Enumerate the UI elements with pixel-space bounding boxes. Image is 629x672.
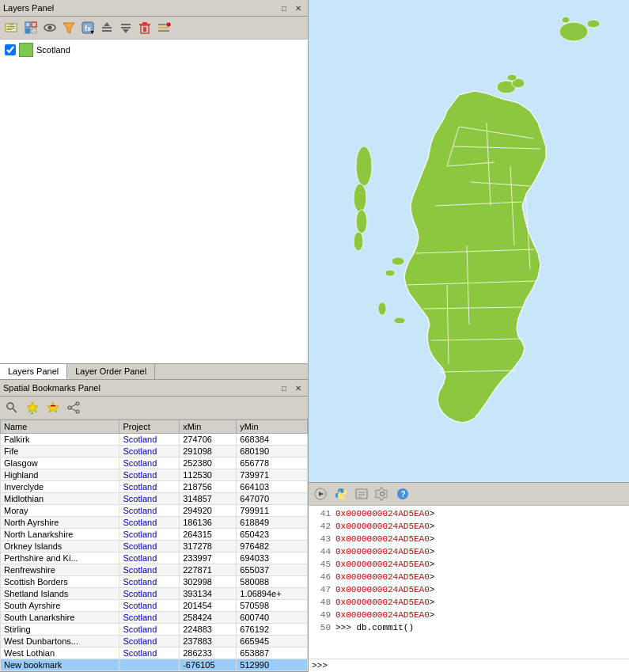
table-row[interactable]: RenfrewshireScotland227871655037 (1, 564, 308, 576)
bookmark-name-cell: Scottish Borders (1, 576, 119, 588)
extras-btn[interactable]: ! (155, 19, 172, 36)
svg-rect-2 (7, 26, 15, 27)
table-row[interactable]: FalkirkScotland274706668384 (1, 434, 308, 446)
layers-toolbar: fx ▼ (0, 17, 308, 40)
bookmarks-close-btn[interactable]: ✕ (292, 382, 305, 394)
open-layer-btn[interactable] (3, 19, 21, 36)
bookmark-xmin-cell: 393134 (180, 588, 237, 600)
bookmark-ymin-cell: 655037 (237, 564, 308, 576)
svg-point-30 (7, 403, 13, 409)
table-row[interactable]: InverclydeScotland218756664103 (1, 481, 308, 493)
table-row[interactable]: FifeScotland291098680190 (1, 446, 308, 457)
bookmark-ymin-cell: 647070 (237, 493, 308, 505)
visibility-btn[interactable] (41, 19, 59, 36)
bookmarks-panel-header: Spatial Bookmarks Panel □ ✕ (0, 380, 308, 397)
digitize-btn[interactable] (22, 19, 40, 36)
table-row[interactable]: New bookmark-676105512990 (1, 659, 308, 671)
console-toolbar: ? (309, 483, 629, 506)
move-up-btn[interactable] (98, 19, 116, 36)
svg-point-36 (76, 402, 79, 405)
bookmarks-toolbar: + (0, 397, 308, 420)
table-row[interactable]: Perthshire and Ki...Scotland233997694033 (1, 552, 308, 564)
table-row[interactable]: StirlingScotland224883676192 (1, 624, 308, 636)
delete-bookmark-btn[interactable] (44, 399, 62, 416)
bookmark-ymin-cell: 680190 (237, 446, 308, 457)
run-btn[interactable] (312, 485, 329, 503)
table-row[interactable]: Scottish BordersScotland302998580088 (1, 576, 308, 588)
close-panel-btn[interactable]: ✕ (292, 2, 305, 14)
layer-item[interactable]: Scotland (2, 41, 306, 59)
table-row[interactable]: North AyrshireScotland186136618849 (1, 517, 308, 529)
bookmarks-table-container[interactable]: Name Project xMin yMin FalkirkScotland27… (0, 420, 308, 671)
table-row[interactable]: West Dunbartons...Scotland237883665945 (1, 636, 308, 647)
table-row[interactable]: HighlandScotland112530739971 (1, 469, 308, 481)
open-editor-btn[interactable] (353, 485, 370, 503)
layers-tabs: Layers Panel Layer Order Panel (0, 363, 308, 379)
table-row[interactable]: North LanarkshireScotland264315650423 (1, 529, 308, 541)
bookmark-project-cell: Scotland (119, 541, 180, 552)
tab-layer-order[interactable]: Layer Order Panel (67, 364, 155, 379)
bookmark-ymin-cell: 664103 (237, 481, 308, 493)
layer-visibility-checkbox[interactable] (5, 44, 16, 55)
bookmarks-restore-btn[interactable]: □ (278, 382, 290, 394)
bookmark-search-btn[interactable] (3, 399, 21, 416)
svg-rect-8 (32, 28, 36, 33)
add-bookmark-btn[interactable]: + (24, 399, 41, 416)
processing-btn[interactable]: fx ▼ (79, 19, 97, 36)
svg-point-48 (356, 146, 372, 186)
layers-panel-title: Layers Panel (3, 3, 54, 13)
col-name[interactable]: Name (1, 420, 119, 434)
map-area[interactable] (309, 0, 629, 482)
line-number: 50 (312, 621, 331, 634)
line-text: 0x0000000024AD5EA0> (335, 585, 434, 594)
layers-panel-header-buttons: □ ✕ (278, 2, 305, 14)
col-xmin[interactable]: xMin (180, 420, 237, 434)
table-row[interactable]: MidlothianScotland314857647070 (1, 493, 308, 505)
table-row[interactable]: West LothianScotland286233653887 (1, 647, 308, 659)
svg-rect-4 (7, 29, 12, 30)
table-row[interactable]: South AyrshireScotland201454570598 (1, 600, 308, 612)
bookmark-name-cell: New bookmark (1, 659, 119, 671)
share-bookmark-btn[interactable] (65, 399, 82, 416)
table-row[interactable]: South LanarkshireScotland258424600740 (1, 612, 308, 624)
move-down-btn[interactable] (117, 19, 135, 36)
bookmark-xmin-cell: 317278 (180, 541, 237, 552)
svg-rect-6 (32, 22, 36, 27)
line-text: 0x0000000024AD5EA0> (335, 560, 434, 569)
svg-rect-22 (142, 22, 147, 24)
svg-rect-17 (121, 27, 131, 28)
filter-btn[interactable] (60, 19, 78, 36)
console-input[interactable] (331, 661, 626, 670)
bookmark-project-cell: Scotland (119, 624, 180, 636)
svg-rect-7 (25, 28, 30, 33)
col-ymin[interactable]: yMin (237, 420, 308, 434)
settings-btn[interactable] (373, 485, 391, 503)
table-row[interactable]: Orkney IslandsScotland317278976482 (1, 541, 308, 552)
col-project[interactable]: Project (119, 420, 180, 434)
bookmark-ymin-cell: 570598 (237, 600, 308, 612)
line-number: 45 (312, 558, 331, 571)
line-addr: 0x0000000024AD5EA0 (335, 509, 430, 518)
bookmark-xmin-cell: 294920 (180, 505, 237, 517)
tab-layers-panel[interactable]: Layers Panel (0, 364, 67, 379)
bookmark-name-cell: Shetland Islands (1, 588, 119, 600)
svg-point-43 (587, 20, 600, 28)
restore-btn[interactable]: □ (278, 2, 290, 14)
svg-point-62 (381, 492, 385, 496)
bookmarks-table: Name Project xMin yMin FalkirkScotland27… (0, 420, 308, 671)
remove-layer-btn[interactable] (136, 19, 153, 36)
bookmark-xmin-cell: 112530 (180, 469, 237, 481)
table-row[interactable]: MorayScotland294920799911 (1, 505, 308, 517)
console-line: 50>>> db.commit() (312, 621, 626, 634)
svg-point-10 (48, 26, 52, 30)
bookmark-xmin-cell: 201454 (180, 600, 237, 612)
bookmark-name-cell: West Lothian (1, 647, 119, 659)
python-btn[interactable] (332, 485, 350, 503)
table-row[interactable]: GlasgowScotland252380656778 (1, 457, 308, 469)
table-row[interactable]: Shetland IslandsScotland3931341.06894e+ (1, 588, 308, 600)
line-number: 48 (312, 596, 331, 609)
bookmark-ymin-cell: 650423 (237, 529, 308, 541)
help-btn[interactable]: ? (394, 485, 411, 503)
bookmark-ymin-cell: 668384 (237, 434, 308, 446)
svg-marker-1 (9, 24, 13, 25)
